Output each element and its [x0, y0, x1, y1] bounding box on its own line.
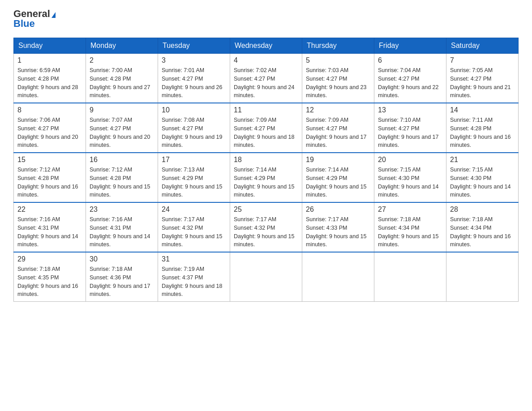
day-info: Sunrise: 7:09 AMSunset: 4:27 PMDaylight:… [234, 116, 298, 150]
table-cell: 9 Sunrise: 7:07 AMSunset: 4:27 PMDayligh… [86, 103, 158, 153]
table-cell: 22 Sunrise: 7:16 AMSunset: 4:31 PMDaylig… [14, 202, 86, 252]
logo: General Blue [13, 9, 56, 29]
day-number: 17 [162, 156, 226, 164]
table-cell: 26 Sunrise: 7:17 AMSunset: 4:33 PMDaylig… [302, 202, 374, 252]
table-cell: 18 Sunrise: 7:14 AMSunset: 4:29 PMDaylig… [230, 153, 302, 202]
table-cell [446, 252, 519, 302]
day-number: 19 [306, 156, 370, 164]
table-cell: 29 Sunrise: 7:18 AMSunset: 4:35 PMDaylig… [14, 252, 86, 302]
table-cell: 3 Sunrise: 7:01 AMSunset: 4:27 PMDayligh… [158, 54, 230, 103]
day-number: 2 [90, 56, 154, 64]
day-info: Sunrise: 7:02 AMSunset: 4:27 PMDaylight:… [234, 66, 298, 100]
day-info: Sunrise: 7:15 AMSunset: 4:30 PMDaylight:… [450, 166, 515, 199]
day-info: Sunrise: 7:11 AMSunset: 4:28 PMDaylight:… [450, 116, 515, 150]
table-cell: 15 Sunrise: 7:12 AMSunset: 4:28 PMDaylig… [14, 153, 86, 202]
day-number: 22 [17, 206, 82, 214]
day-number: 30 [90, 255, 154, 263]
weekday-header-row: SundayMondayTuesdayWednesdayThursdayFrid… [14, 38, 519, 54]
day-info: Sunrise: 7:10 AMSunset: 4:27 PMDaylight:… [378, 116, 442, 150]
day-number: 29 [17, 255, 82, 263]
table-cell: 8 Sunrise: 7:06 AMSunset: 4:27 PMDayligh… [14, 103, 86, 153]
day-number: 13 [378, 106, 442, 114]
day-info: Sunrise: 7:07 AMSunset: 4:27 PMDaylight:… [90, 116, 154, 150]
day-info: Sunrise: 7:18 AMSunset: 4:34 PMDaylight:… [378, 215, 442, 249]
day-info: Sunrise: 7:17 AMSunset: 4:33 PMDaylight:… [306, 215, 370, 249]
day-number: 25 [234, 206, 298, 214]
day-number: 20 [378, 156, 442, 164]
day-info: Sunrise: 7:17 AMSunset: 4:32 PMDaylight:… [234, 215, 298, 249]
day-info: Sunrise: 7:06 AMSunset: 4:27 PMDaylight:… [17, 116, 82, 150]
day-number: 27 [378, 206, 442, 214]
table-cell [374, 252, 446, 302]
day-number: 23 [90, 206, 154, 214]
table-cell: 30 Sunrise: 7:18 AMSunset: 4:36 PMDaylig… [86, 252, 158, 302]
weekday-header-saturday: Saturday [446, 38, 519, 54]
day-info: Sunrise: 7:12 AMSunset: 4:28 PMDaylight:… [17, 166, 82, 199]
day-number: 11 [234, 106, 298, 114]
table-cell: 17 Sunrise: 7:13 AMSunset: 4:29 PMDaylig… [158, 153, 230, 202]
weekday-header-monday: Monday [86, 38, 158, 54]
day-info: Sunrise: 7:00 AMSunset: 4:28 PMDaylight:… [90, 66, 154, 100]
week-row-4: 22 Sunrise: 7:16 AMSunset: 4:31 PMDaylig… [14, 202, 519, 252]
table-cell: 6 Sunrise: 7:04 AMSunset: 4:27 PMDayligh… [374, 54, 446, 103]
day-info: Sunrise: 7:19 AMSunset: 4:37 PMDaylight:… [162, 265, 226, 299]
day-number: 6 [378, 56, 442, 64]
day-info: Sunrise: 7:13 AMSunset: 4:29 PMDaylight:… [162, 166, 226, 199]
day-info: Sunrise: 7:15 AMSunset: 4:30 PMDaylight:… [378, 166, 442, 199]
day-info: Sunrise: 7:04 AMSunset: 4:27 PMDaylight:… [378, 66, 442, 100]
day-number: 18 [234, 156, 298, 164]
table-cell: 25 Sunrise: 7:17 AMSunset: 4:32 PMDaylig… [230, 202, 302, 252]
day-info: Sunrise: 6:59 AMSunset: 4:28 PMDaylight:… [17, 66, 82, 100]
table-cell: 4 Sunrise: 7:02 AMSunset: 4:27 PMDayligh… [230, 54, 302, 103]
table-cell: 21 Sunrise: 7:15 AMSunset: 4:30 PMDaylig… [446, 153, 519, 202]
table-cell: 20 Sunrise: 7:15 AMSunset: 4:30 PMDaylig… [374, 153, 446, 202]
week-row-1: 1 Sunrise: 6:59 AMSunset: 4:28 PMDayligh… [14, 54, 519, 103]
table-cell: 31 Sunrise: 7:19 AMSunset: 4:37 PMDaylig… [158, 252, 230, 302]
week-row-2: 8 Sunrise: 7:06 AMSunset: 4:27 PMDayligh… [14, 103, 519, 153]
table-cell [230, 252, 302, 302]
table-cell: 5 Sunrise: 7:03 AMSunset: 4:27 PMDayligh… [302, 54, 374, 103]
week-row-3: 15 Sunrise: 7:12 AMSunset: 4:28 PMDaylig… [14, 153, 519, 202]
table-cell: 24 Sunrise: 7:17 AMSunset: 4:32 PMDaylig… [158, 202, 230, 252]
table-cell: 13 Sunrise: 7:10 AMSunset: 4:27 PMDaylig… [374, 103, 446, 153]
table-cell: 27 Sunrise: 7:18 AMSunset: 4:34 PMDaylig… [374, 202, 446, 252]
day-info: Sunrise: 7:18 AMSunset: 4:36 PMDaylight:… [90, 265, 154, 299]
day-number: 24 [162, 206, 226, 214]
weekday-header-wednesday: Wednesday [230, 38, 302, 54]
table-cell: 16 Sunrise: 7:12 AMSunset: 4:28 PMDaylig… [86, 153, 158, 202]
table-cell: 7 Sunrise: 7:05 AMSunset: 4:27 PMDayligh… [446, 54, 519, 103]
day-info: Sunrise: 7:16 AMSunset: 4:31 PMDaylight:… [90, 215, 154, 249]
page-header: General Blue [13, 9, 519, 29]
table-cell: 12 Sunrise: 7:09 AMSunset: 4:27 PMDaylig… [302, 103, 374, 153]
day-info: Sunrise: 7:14 AMSunset: 4:29 PMDaylight:… [306, 166, 370, 199]
day-number: 8 [17, 106, 82, 114]
calendar-table: SundayMondayTuesdayWednesdayThursdayFrid… [13, 38, 519, 302]
table-cell [302, 252, 374, 302]
logo-triangle-icon [51, 12, 56, 18]
day-number: 10 [162, 106, 226, 114]
day-number: 9 [90, 106, 154, 114]
day-number: 15 [17, 156, 82, 164]
table-cell: 2 Sunrise: 7:00 AMSunset: 4:28 PMDayligh… [86, 54, 158, 103]
day-info: Sunrise: 7:17 AMSunset: 4:32 PMDaylight:… [162, 215, 226, 249]
weekday-header-tuesday: Tuesday [158, 38, 230, 54]
day-info: Sunrise: 7:12 AMSunset: 4:28 PMDaylight:… [90, 166, 154, 199]
table-cell: 28 Sunrise: 7:18 AMSunset: 4:34 PMDaylig… [446, 202, 519, 252]
day-number: 7 [450, 56, 515, 64]
day-number: 28 [450, 206, 515, 214]
day-number: 16 [90, 156, 154, 164]
day-number: 4 [234, 56, 298, 64]
day-info: Sunrise: 7:08 AMSunset: 4:27 PMDaylight:… [162, 116, 226, 150]
day-number: 3 [162, 56, 226, 64]
table-cell: 11 Sunrise: 7:09 AMSunset: 4:27 PMDaylig… [230, 103, 302, 153]
day-info: Sunrise: 7:03 AMSunset: 4:27 PMDaylight:… [306, 66, 370, 100]
day-info: Sunrise: 7:18 AMSunset: 4:35 PMDaylight:… [17, 265, 82, 299]
weekday-header-thursday: Thursday [302, 38, 374, 54]
day-info: Sunrise: 7:05 AMSunset: 4:27 PMDaylight:… [450, 66, 515, 100]
day-info: Sunrise: 7:01 AMSunset: 4:27 PMDaylight:… [162, 66, 226, 100]
day-number: 14 [450, 106, 515, 114]
logo-blue-text: Blue [13, 18, 35, 29]
day-number: 5 [306, 56, 370, 64]
day-number: 31 [162, 255, 226, 263]
week-row-5: 29 Sunrise: 7:18 AMSunset: 4:35 PMDaylig… [14, 252, 519, 302]
